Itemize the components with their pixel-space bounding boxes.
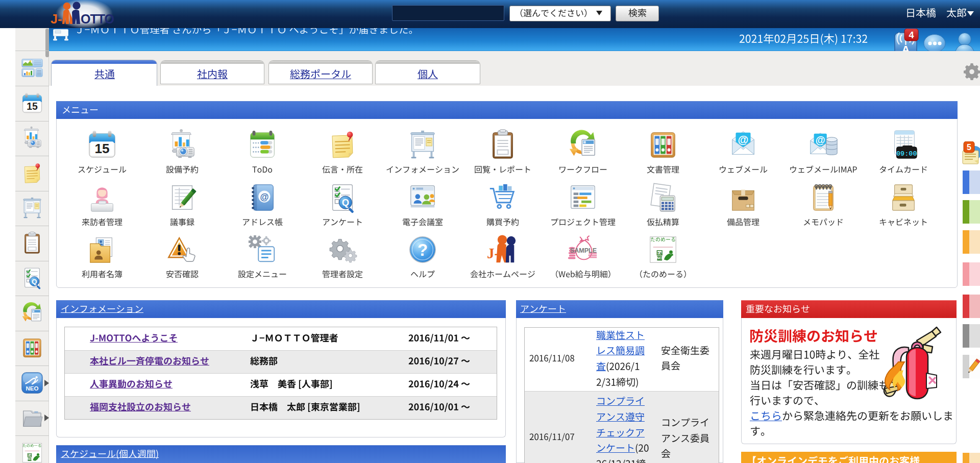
- svg-text:OTTO: OTTO: [81, 12, 114, 26]
- svg-text:J-: J-: [51, 12, 62, 26]
- svg-text:4: 4: [909, 30, 914, 40]
- svg-text:5: 5: [967, 143, 971, 152]
